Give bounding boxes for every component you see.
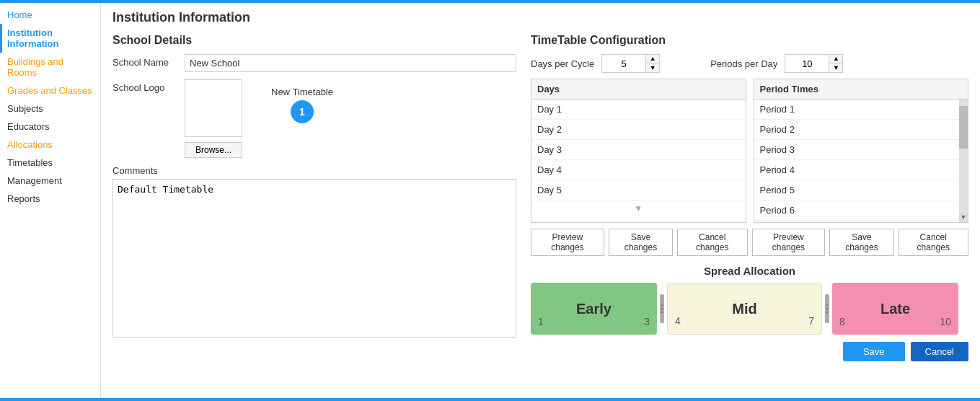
periods-per-day-input[interactable] bbox=[785, 56, 829, 71]
sidebar-item-educators[interactable]: Educators bbox=[0, 118, 100, 136]
period-times-header: Period Times bbox=[754, 79, 968, 100]
main-content: Institution Information School Details S… bbox=[101, 3, 980, 398]
mid-bar: Mid 4 7 bbox=[667, 283, 822, 335]
day-item-1: Day 1 bbox=[531, 100, 746, 120]
periods-per-day-label: Periods per Day bbox=[710, 58, 777, 69]
cancel-changes-btn-2[interactable]: Cancel changes bbox=[899, 229, 968, 256]
school-name-row: School Name bbox=[112, 54, 516, 72]
day-item-2: Day 2 bbox=[531, 120, 746, 140]
school-name-label: School Name bbox=[112, 54, 185, 68]
sidebar-item-timetables[interactable]: Timetables bbox=[0, 154, 100, 172]
period-item-5: Period 5 bbox=[754, 180, 968, 200]
browse-button[interactable]: Browse... bbox=[185, 142, 242, 158]
school-name-field-wrap bbox=[185, 54, 516, 72]
days-scroll-down: ▼ bbox=[531, 200, 746, 216]
drag-handle-2[interactable] bbox=[825, 294, 829, 323]
period-times-panel: Period Times Period 1 Period 2 Period 3 … bbox=[754, 79, 969, 223]
sidebar-item-home[interactable]: Home bbox=[0, 6, 100, 24]
comments-label: Comments bbox=[112, 165, 516, 176]
periods-per-day-spinner[interactable]: ▲ ▼ bbox=[785, 54, 843, 73]
periods-per-day-spinner-btns: ▲ ▼ bbox=[829, 55, 842, 72]
school-name-input[interactable] bbox=[185, 54, 516, 72]
sidebar-item-reports[interactable]: Reports bbox=[0, 190, 100, 208]
late-bar: Late 8 10 bbox=[832, 283, 958, 335]
day-item-5: Day 5 bbox=[531, 180, 746, 200]
preview-changes-btn-1[interactable]: Preview changes bbox=[531, 229, 604, 256]
days-per-cycle-spinner[interactable]: ▲ ▼ bbox=[601, 54, 660, 73]
bottom-actions: Save Cancel bbox=[531, 342, 968, 361]
page-title: Institution Information bbox=[112, 10, 968, 25]
sidebar-item-management[interactable]: Management bbox=[0, 172, 100, 190]
spread-allocation-section: Spread Allocation Early 1 3 bbox=[531, 265, 968, 361]
sidebar: Home Institution Information Buildings a… bbox=[0, 3, 101, 398]
timetable-config-panel: TimeTable Configuration Days per Cycle ▲… bbox=[531, 34, 968, 361]
periods-per-day-down[interactable]: ▼ bbox=[829, 63, 842, 72]
days-per-cycle-spinner-btns: ▲ ▼ bbox=[645, 55, 659, 72]
days-per-cycle-up[interactable]: ▲ bbox=[646, 55, 659, 63]
preview-changes-btn-2[interactable]: Preview changes bbox=[752, 229, 826, 256]
days-per-cycle-down[interactable]: ▼ bbox=[646, 63, 659, 72]
days-btn-row: Preview changes Save changes Cancel chan… bbox=[531, 229, 968, 256]
period-item-6: Period 6 bbox=[754, 200, 968, 221]
period-item-1: Period 1 bbox=[754, 100, 968, 120]
cancel-changes-btn-1[interactable]: Cancel changes bbox=[677, 229, 747, 256]
early-bar: Early 1 3 bbox=[531, 283, 657, 335]
early-left-num: 1 bbox=[538, 316, 544, 327]
drag-handle-1[interactable] bbox=[660, 294, 664, 323]
spread-allocation-title: Spread Allocation bbox=[531, 265, 968, 277]
school-details-title: School Details bbox=[112, 34, 516, 47]
school-details-panel: School Details School Name School Logo B… bbox=[112, 34, 516, 361]
day-item-4: Day 4 bbox=[531, 160, 746, 180]
spread-bars: Early 1 3 Mid 4 bbox=[531, 283, 968, 335]
days-panel-header: Days bbox=[531, 79, 746, 100]
sidebar-item-grades-and-classes[interactable]: Grades and Classes bbox=[0, 81, 100, 100]
timetable-badge-number: 1 bbox=[291, 100, 314, 123]
save-changes-btn-1[interactable]: Save changes bbox=[609, 229, 673, 256]
save-changes-btn-2[interactable]: Save changes bbox=[829, 229, 893, 256]
mid-right-num: 7 bbox=[808, 315, 814, 327]
school-logo-area: Browse... bbox=[185, 79, 250, 158]
early-label: Early bbox=[576, 301, 612, 317]
school-logo-label: School Logo bbox=[112, 79, 185, 93]
sidebar-item-institution-information[interactable]: Institution Information bbox=[0, 24, 100, 53]
late-right-num: 10 bbox=[940, 316, 951, 327]
cancel-button[interactable]: Cancel bbox=[911, 342, 968, 361]
days-panel: Days Day 1 Day 2 Day 3 Day 4 Day 5 ▼ bbox=[531, 79, 746, 223]
sidebar-item-allocations[interactable]: Allocations bbox=[0, 136, 100, 154]
new-timetable-label: New Timetable bbox=[271, 87, 333, 97]
mid-left-num: 4 bbox=[675, 315, 681, 327]
period-times-scrollbar-thumb[interactable] bbox=[959, 106, 968, 149]
late-label: Late bbox=[880, 301, 910, 317]
days-per-cycle-input[interactable] bbox=[602, 56, 645, 71]
days-per-cycle-label: Days per Cycle bbox=[531, 58, 594, 69]
period-item-4: Period 4 bbox=[754, 160, 968, 180]
period-times-scroll-down-btn[interactable]: ▼ bbox=[959, 212, 968, 222]
bottom-bar bbox=[0, 398, 980, 401]
comments-input[interactable]: Default Timetable bbox=[112, 179, 516, 338]
comments-section: Comments Default Timetable bbox=[112, 165, 516, 340]
days-panel-body: Day 1 Day 2 Day 3 Day 4 Day 5 ▼ bbox=[531, 100, 746, 222]
new-timetable-badge-wrap: New Timetable 1 bbox=[264, 79, 340, 131]
early-right-num: 3 bbox=[644, 316, 650, 327]
mid-label: Mid bbox=[732, 301, 756, 317]
periods-per-day-up[interactable]: ▲ bbox=[829, 55, 842, 63]
sidebar-item-subjects[interactable]: Subjects bbox=[0, 100, 100, 118]
period-item-3: Period 3 bbox=[754, 140, 968, 160]
timetable-config-title: TimeTable Configuration bbox=[531, 34, 968, 47]
config-spinners-row: Days per Cycle ▲ ▼ Periods per Day ▲ bbox=[531, 54, 968, 73]
day-item-3: Day 3 bbox=[531, 140, 746, 160]
days-periods-row: Days Day 1 Day 2 Day 3 Day 4 Day 5 ▼ bbox=[531, 79, 968, 223]
save-button[interactable]: Save bbox=[843, 342, 905, 361]
period-times-panel-body: Period 1 Period 2 Period 3 Period 4 Peri… bbox=[754, 100, 968, 222]
logo-box bbox=[185, 79, 242, 137]
school-logo-row: School Logo Browse... New Timetable 1 bbox=[112, 79, 516, 158]
period-item-2: Period 2 bbox=[754, 120, 968, 140]
period-times-scrollbar[interactable]: ▼ bbox=[959, 100, 968, 222]
sidebar-item-buildings-and-rooms[interactable]: Buildings and Rooms bbox=[0, 53, 100, 81]
late-left-num: 8 bbox=[839, 316, 845, 327]
